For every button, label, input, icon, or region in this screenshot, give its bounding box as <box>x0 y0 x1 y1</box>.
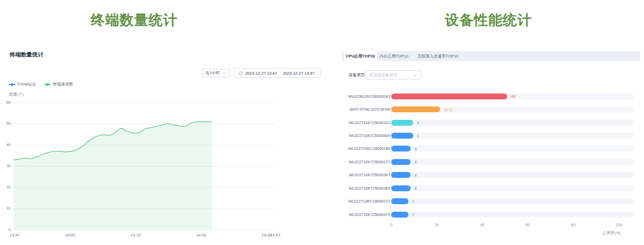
svg-text:40: 40 <box>6 142 11 147</box>
bar <box>391 133 413 139</box>
x-axis-tick: 60 <box>519 222 536 227</box>
panel-title: 终端数量统计 <box>10 51 43 59</box>
legend-label: Portal认证 <box>18 82 36 87</box>
bar-value: 8 <box>414 160 416 164</box>
bar-row: WL022710K7250003698 <box>346 182 636 194</box>
dashboard: 终端数量统计 设备性能统计 终端数量统计 近1小时 2023-12-27 13:… <box>0 0 644 245</box>
bar-value: 9 <box>417 133 419 138</box>
bar <box>391 159 411 165</box>
bar-value: 9 <box>417 120 419 125</box>
bar-track: 9 <box>391 133 633 139</box>
bar-row: WL023610KC0600004348 <box>346 90 636 103</box>
bar-track: 8 <box>391 146 633 152</box>
device-name-label: WL022710KC18000280 <box>346 146 390 151</box>
bar-value: 20.3 <box>444 107 452 112</box>
x-axis-tick: 20 <box>429 222 445 227</box>
device-name-label: WL022710K725000409 <box>346 133 390 138</box>
svg-text:50: 50 <box>6 121 11 126</box>
device-type-select[interactable]: 请选择设备类型 <box>365 70 421 80</box>
x-axis-tick: 80 <box>565 222 581 227</box>
x-axis-tick: 0 <box>383 222 399 227</box>
legend-line-marker <box>44 84 51 85</box>
svg-text:14:30: 14:30 <box>196 233 206 237</box>
svg-text:14:15: 14:15 <box>130 233 141 237</box>
bar-row: WL022710K7250004707 <box>346 208 636 221</box>
svg-text:数量(个): 数量(个) <box>9 92 24 97</box>
device-performance-section-heading: 设备性能统计 <box>341 11 636 30</box>
device-name-label: WL022710K725000470 <box>346 212 390 217</box>
svg-text:14:47: 14:47 <box>270 233 281 237</box>
svg-text:0: 0 <box>9 227 11 232</box>
date-end: 2023-12-27 14:47 <box>283 71 314 76</box>
bar-track: 9 <box>391 120 633 126</box>
tab-memory-top10[interactable]: 内存占用TOP10 <box>377 51 411 61</box>
x-axis-label: 占用率(%) <box>588 230 621 236</box>
svg-text:13:47: 13:47 <box>10 233 20 237</box>
date-range-picker[interactable]: 2023-12-27 13:47 - 2023-12-27 14:47 <box>235 68 321 78</box>
tabbar: CPU占用TOP10 内存占用TOP10 无线接入点速率TOP10 <box>342 51 640 61</box>
device-name-label: WL022710K725000369 <box>346 186 390 191</box>
bar-track: 7 <box>391 212 633 218</box>
svg-text:10: 10 <box>6 206 11 211</box>
bar <box>391 172 411 178</box>
bar-row: WL022710K7250003078 <box>346 169 636 182</box>
bar-track: 48 <box>391 93 633 99</box>
device-name-label: WL022710KC18000372 <box>346 199 390 204</box>
x-axis-tick: 100 <box>611 222 627 227</box>
bar-row: WL022710KC180003727 <box>346 195 636 208</box>
chart-legend: Portal认证 终端连接数 <box>9 82 73 87</box>
bar <box>391 106 440 112</box>
bar-track: 20.3 <box>391 106 633 112</box>
bar <box>391 146 411 152</box>
legend-label: 终端连接数 <box>53 82 74 87</box>
bar-value: 8 <box>414 146 416 151</box>
svg-text:60: 60 <box>6 100 11 105</box>
clock-icon <box>238 71 243 76</box>
device-type-placeholder: 请选择设备类型 <box>369 73 398 78</box>
bar-track: 8 <box>391 172 633 178</box>
bar-value: 8 <box>414 172 416 177</box>
terminal-section-heading: 终端数量统计 <box>0 11 268 30</box>
bar-track: 8 <box>391 185 633 191</box>
bar <box>391 185 411 191</box>
bar-value: 7 <box>412 199 414 204</box>
bar-row: WL022710K7250002728 <box>346 155 636 168</box>
time-range-value: 近1小时 <box>206 70 220 76</box>
device-name-label: WL022710K725000272 <box>346 160 390 164</box>
svg-text:14:00: 14:00 <box>65 233 75 237</box>
legend-item-terminal-connections[interactable]: 终端连接数 <box>44 82 74 87</box>
device-name-label: WL022710K725000102 <box>346 120 390 125</box>
bar-value: 48 <box>511 94 515 99</box>
date-start: 2023-12-27 13:47 <box>245 71 277 76</box>
cpu-usage-bar-chart: WL023610KC06000043486047-FF96-1070-EF0A2… <box>346 90 636 221</box>
svg-text:20: 20 <box>6 185 11 190</box>
terminal-line-chart: 0102030405060数量(个)13:4714:0014:1514:3014… <box>0 90 322 245</box>
legend-line-marker <box>9 84 16 85</box>
bar <box>391 212 408 218</box>
x-axis-ticks: 020406080100 <box>346 222 636 228</box>
tab-wireless-rate-top10[interactable]: 无线接入点速率TOP10 <box>411 51 465 61</box>
x-axis-tick: 40 <box>474 222 491 227</box>
device-type-label: 设备类型 <box>349 73 365 78</box>
bar-value: 8 <box>414 186 416 191</box>
device-name-label: WL023610KC06000043 <box>346 94 390 99</box>
chevron-down-icon <box>222 71 226 75</box>
bar-track: 8 <box>391 159 633 165</box>
bar-row: 6047-FF96-1070-EF0A20.3 <box>346 103 636 116</box>
date-separator: - <box>279 71 281 76</box>
bar-row: WL022710K7250004099 <box>346 129 636 142</box>
bar-row: WL022710K7250001029 <box>346 116 636 129</box>
svg-text:30: 30 <box>6 163 11 168</box>
tab-cpu-top10[interactable]: CPU占用TOP10 <box>344 51 377 61</box>
bar <box>391 93 507 99</box>
bar <box>391 120 413 126</box>
bar-row: WL022710KC180002808 <box>346 142 636 155</box>
legend-item-portal[interactable]: Portal认证 <box>9 82 36 87</box>
bar-track: 7 <box>391 198 633 204</box>
time-range-select[interactable]: 近1小时 <box>202 69 230 77</box>
chevron-down-icon <box>413 73 418 77</box>
device-name-label: 6047-FF96-1070-EF0A <box>346 107 390 112</box>
bar <box>391 198 408 204</box>
device-name-label: WL022710K725000307 <box>346 172 390 177</box>
bar-value: 7 <box>412 212 414 217</box>
